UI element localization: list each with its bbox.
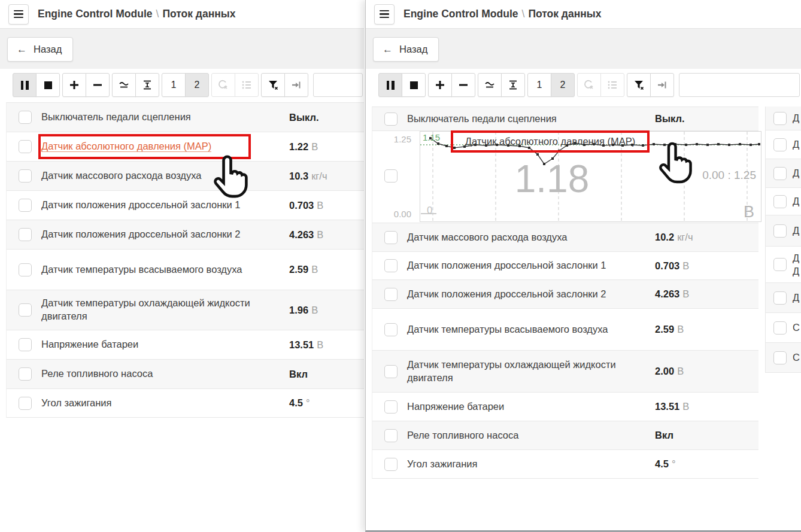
fit-height-button[interactable] [135,73,159,97]
row-checkbox[interactable] [384,288,398,301]
row-checkbox[interactable] [384,113,398,126]
menu-button[interactable] [8,4,29,25]
smooth-button[interactable] [478,73,502,97]
row-label-clipped: Д [793,111,799,124]
row-checkbox[interactable] [773,321,787,335]
row-checkbox[interactable] [773,258,787,271]
clear-filter-button[interactable] [627,73,651,97]
toolbar-filter-input[interactable] [313,73,363,97]
row-checkbox[interactable] [773,351,787,364]
row-checkbox[interactable] [19,263,32,276]
table-row[interactable]: Датчик температуры охлаждающей жидкости … [372,351,758,393]
remove-button[interactable] [86,73,110,97]
breadcrumb: Engine Control Module\Поток данных [38,8,236,20]
row-checkbox[interactable] [19,228,32,241]
smooth-button[interactable] [112,73,136,97]
row-checkbox[interactable] [19,199,32,212]
row-checkbox[interactable] [19,338,32,351]
table-row[interactable]: Датчик температуры охлаждающей жидкости … [7,290,364,330]
row-checkbox[interactable] [773,224,787,238]
add-button[interactable] [428,73,452,97]
menu-button[interactable] [374,4,395,25]
row-checkbox[interactable] [19,303,32,317]
table-row[interactable]: Датчик положения дроссельной заслонки 2 … [7,220,364,250]
table-row[interactable]: Датчик массового расхода воздуха 10.2кг/… [372,223,758,252]
row-label: Датчик температуры охлаждающей жидкости … [41,297,289,323]
row-checkbox[interactable] [19,140,32,153]
row-checkbox[interactable] [384,231,398,244]
refresh-x-icon [582,78,596,92]
map-sparkline-chart[interactable]: 1.15 0 1.18 0.00 : 1.25 В Датчик абсолют… [420,131,761,222]
fit-height-button[interactable] [501,73,525,97]
table-row[interactable]: Реле топливного насоса Вкл [7,360,364,389]
row-checkbox[interactable] [384,400,398,414]
goto-end-button[interactable] [650,73,674,97]
table-row[interactable]: С [766,343,801,373]
toolbar-filter-input[interactable] [679,73,800,97]
remove-button[interactable] [451,73,475,97]
add-button[interactable] [62,73,86,97]
table-row[interactable]: Д [766,215,801,247]
one-chart-button[interactable]: 1 [162,73,186,97]
row-checkbox[interactable] [384,458,398,471]
row-checkbox[interactable] [773,195,787,208]
table-row[interactable]: Д [766,283,801,313]
row-checkbox[interactable] [19,169,32,183]
one-chart-button[interactable]: 1 [527,73,551,97]
row-checkbox[interactable] [773,112,787,125]
reset-values-button[interactable] [577,73,601,97]
table-row[interactable]: Угол зажигания 4.5° [7,389,364,418]
table-row[interactable]: Датчик массового расхода воздуха 10.3кг/… [7,162,364,191]
row-checkbox[interactable] [773,167,787,180]
row-checkbox[interactable] [773,291,787,305]
table-row-map[interactable]: Датчик абсолютного давления (MAP) 1.22В [7,132,364,162]
back-label: Назад [399,44,427,55]
row-checkbox[interactable] [384,323,398,336]
table-row[interactable]: Угол зажигания 4.5° [372,450,758,479]
table-row[interactable]: Д [766,159,801,188]
reset-values-button[interactable] [211,73,235,97]
two-charts-button[interactable]: 2 [185,73,209,97]
stop-button[interactable] [36,73,60,97]
table-row[interactable]: Д [766,188,801,215]
table-row[interactable]: Напряжение батареи 13.51В [372,393,758,421]
row-checkbox[interactable] [19,397,32,410]
row-checkbox[interactable] [19,367,32,381]
clear-filter-button[interactable] [261,73,285,97]
map-sensor-link[interactable]: Датчик абсолютного давления (MAP) [41,141,211,152]
table-row[interactable]: Выключатель педали сцепления Выкл. [372,107,758,131]
two-charts-button[interactable]: 2 [551,73,575,97]
table-row[interactable]: Датчик положения дроссельной заслонки 2 … [372,280,758,309]
table-row[interactable]: Реле топливного насоса Вкл [372,421,758,450]
row-label: Выключатель педали сцепления [407,113,655,126]
breadcrumb-module: Engine Control Module [38,8,153,20]
row-checkbox[interactable] [19,111,32,124]
back-arrow-icon: ← [17,44,27,56]
row-checkbox[interactable] [384,169,398,183]
table-row[interactable]: Д [766,130,801,159]
table-row[interactable]: Д [766,107,801,130]
row-checkbox[interactable] [384,429,398,442]
row-checkbox[interactable] [384,365,398,378]
table-row[interactable]: Выключатель педали сцепления Выкл. [7,103,364,132]
table-row[interactable]: Датчик температуры всасываемого воздуха … [7,250,364,290]
back-button[interactable]: ← Назад [373,37,439,62]
table-row[interactable]: Датчик положения дроссельной заслонки 1 … [7,191,364,220]
pause-button[interactable] [13,73,37,97]
table-row[interactable]: Датчик температуры всасываемого воздуха … [372,309,758,351]
hamburger-icon [14,10,23,12]
row-checkbox[interactable] [384,259,398,272]
table-row[interactable]: Напряжение батареи 13.51В [7,330,364,360]
list-view-button[interactable] [235,73,259,97]
stop-button[interactable] [402,73,426,97]
map-sensor-chart-row[interactable]: 1.25 0.00 1.15 0 1.18 0.00 : 1.25 В Датч… [372,131,758,223]
back-button[interactable]: ← Назад [7,37,73,62]
pause-button[interactable] [378,73,402,97]
table-row[interactable]: С [766,313,801,343]
goto-end-button[interactable] [284,73,308,97]
table-row[interactable]: Датчик положения дроссельной заслонки 1 … [372,252,758,280]
two-label: 2 [195,80,200,90]
table-row[interactable]: Д Д [766,247,801,283]
row-checkbox[interactable] [773,138,787,151]
list-view-button[interactable] [600,73,624,97]
